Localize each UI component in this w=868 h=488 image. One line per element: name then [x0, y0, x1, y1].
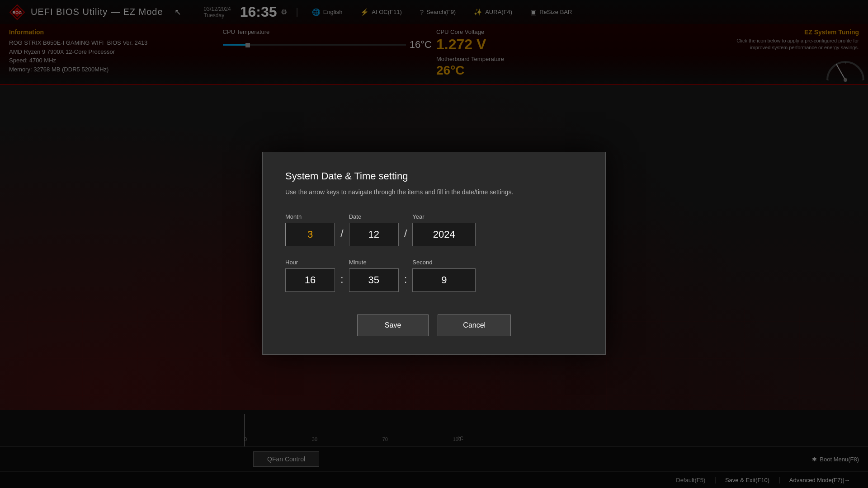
save-button[interactable]: Save	[357, 314, 429, 336]
hour-label: Hour	[285, 259, 335, 266]
hour-input[interactable]	[285, 268, 335, 292]
second-input[interactable]	[412, 268, 476, 292]
month-group: Month	[285, 213, 335, 246]
minute-group: Minute	[349, 259, 399, 292]
year-input[interactable]	[412, 223, 476, 246]
dialog-description: Use the arrow keys to navigate through t…	[285, 188, 547, 197]
datetime-fields: Month / Date / Year Hour	[285, 213, 583, 292]
hour-group: Hour	[285, 259, 335, 292]
minute-label: Minute	[349, 259, 399, 266]
minute-input[interactable]	[349, 268, 399, 292]
second-label: Second	[412, 259, 476, 266]
cancel-button[interactable]: Cancel	[438, 314, 511, 336]
date-separator-1: /	[335, 227, 349, 246]
dialog-title: System Date & Time setting	[285, 170, 583, 182]
datetime-dialog: System Date & Time setting Use the arrow…	[262, 152, 606, 355]
date-input[interactable]	[349, 223, 399, 246]
date-row: Month / Date / Year	[285, 213, 583, 246]
dialog-buttons: Save Cancel	[285, 314, 583, 336]
date-group: Date	[349, 213, 399, 246]
month-input[interactable]	[285, 223, 335, 246]
time-separator-2: :	[399, 273, 413, 292]
date-label: Date	[349, 213, 399, 220]
month-label: Month	[285, 213, 335, 220]
year-group: Year	[412, 213, 476, 246]
time-row: Hour : Minute : Second	[285, 259, 583, 292]
second-group: Second	[412, 259, 476, 292]
year-label: Year	[412, 213, 476, 220]
date-separator-2: /	[399, 227, 413, 246]
main-content: System Date & Time setting Use the arrow…	[0, 0, 868, 488]
time-separator-1: :	[335, 273, 349, 292]
